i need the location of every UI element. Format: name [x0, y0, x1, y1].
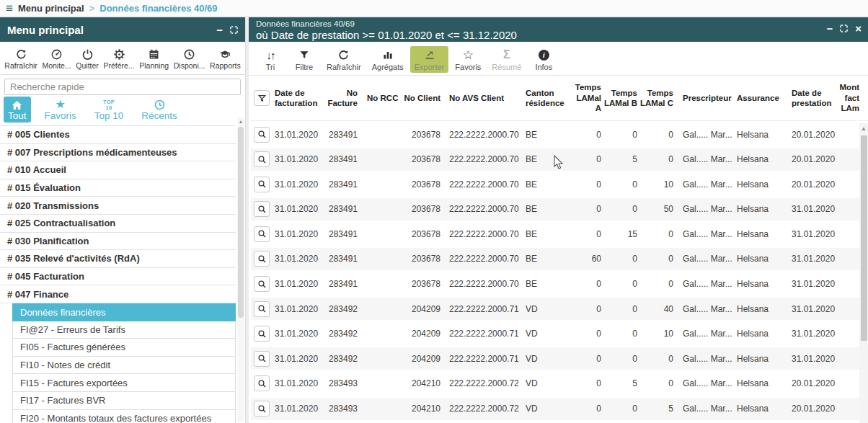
cell-canton-residence: BE	[521, 130, 571, 140]
row-magnifier-button[interactable]	[254, 375, 270, 391]
tab-recents[interactable]: Récents	[137, 97, 182, 123]
monitoring-button[interactable]: Monite...	[40, 48, 74, 70]
table-row[interactable]: 31.01.2020 283491 203678 222.2222.2000.7…	[251, 248, 868, 270]
cell-no-facture: 283491	[323, 179, 358, 190]
row-magnifier-button[interactable]	[254, 351, 270, 367]
col-montant-facture-lamal[interactable]: Mont fact LAm	[836, 82, 859, 113]
sidebar-menu-item[interactable]: # 035 Relevé d'activités (RdA)	[0, 250, 236, 268]
minimize-icon[interactable]: −	[826, 23, 833, 34]
row-magnifier-button[interactable]	[254, 177, 270, 192]
row-magnifier-button[interactable]	[254, 201, 270, 217]
sidebar-menu-item[interactable]: # 047 Finance	[0, 285, 236, 303]
table-row[interactable]: 31.01.2020 283491 203678 222.2222.2000.7…	[251, 173, 868, 195]
table-row[interactable]: 31.01.2020 283491 203678 222.2222.2000.7…	[251, 123, 868, 146]
sidebar-submenu-item[interactable]: Données financières	[12, 303, 236, 321]
table-row[interactable]: 31.01.2020 283492 204209 222.2222.2000.7…	[251, 347, 868, 370]
tab-tout[interactable]: Tout	[4, 97, 31, 123]
col-temps-lamal-b[interactable]: Temps LAMal B	[601, 88, 637, 109]
refresh-button[interactable]: Rafraîchir	[2, 48, 40, 70]
sidebar-menu-item[interactable]: # 020 Transmissions	[0, 197, 236, 215]
favorites-button[interactable]: ☆ Favoris	[451, 46, 485, 73]
table-row[interactable]: 31.01.2020 283493 204210 222.2222.2000.7…	[251, 373, 868, 395]
sidebar-menu-item[interactable]: # 030 Planification	[0, 233, 236, 251]
availability-button[interactable]: Disponi...	[171, 48, 207, 70]
tab-favoris[interactable]: ★ Favoris	[40, 97, 81, 123]
cell-temps-lamal-b: 15	[601, 229, 637, 239]
sidebar-menu-item[interactable]: # 010 Accueil	[0, 161, 236, 179]
sidebar-menu-item[interactable]: # 015 Évaluation	[0, 179, 236, 197]
col-no-client[interactable]: No Client	[401, 93, 440, 103]
sidebar-menu-item[interactable]: # 045 Facturation	[0, 268, 236, 286]
cell-temps-lamal-c: 0	[637, 378, 673, 388]
col-temps-lamal-c[interactable]: Temps LAMal C	[637, 88, 673, 109]
table-row[interactable]: 31.01.2020 283491 203678 222.2222.2000.7…	[251, 223, 868, 245]
sidebar-menu-item[interactable]: # 007 Prescriptions médicamenteuses	[0, 144, 236, 162]
row-magnifier-button[interactable]	[254, 326, 270, 342]
sidebar-scrollbar-thumb[interactable]	[238, 127, 244, 318]
hamburger-icon[interactable]: ≡	[6, 2, 13, 14]
col-assurance[interactable]: Assurance	[732, 93, 789, 103]
maximize-icon[interactable]	[839, 24, 849, 33]
cell-no-client: 203678	[401, 154, 440, 164]
col-no-rcc[interactable]: No RCC	[358, 93, 401, 103]
scroll-up-icon[interactable]: ▲	[859, 125, 868, 132]
cell-assurance: Helsana	[732, 304, 789, 314]
row-magnifier-button[interactable]	[254, 251, 270, 267]
row-magnifier-button[interactable]	[254, 301, 270, 317]
infos-button[interactable]: i Infos	[528, 46, 559, 73]
sidebar-scrollbar[interactable]: ▲	[237, 117, 244, 422]
row-magnifier-button[interactable]	[254, 127, 270, 143]
preferences-button[interactable]: Préfére...	[101, 48, 137, 70]
col-prescripteur[interactable]: Prescripteur	[673, 93, 732, 103]
table-row[interactable]: 31.01.2020 283493 204210 222.2222.2000.7…	[251, 398, 868, 420]
row-magnifier-button[interactable]	[254, 151, 270, 167]
sidebar-submenu-item[interactable]: FI15 - Factures exportées	[12, 374, 236, 392]
breadcrumb-current[interactable]: Données financières 40/69	[99, 3, 217, 14]
col-date-prestation[interactable]: Date de prestation	[789, 88, 836, 109]
sidebar-submenu-item[interactable]: FI05 - Factures générées	[12, 339, 236, 357]
sidebar-menu-item[interactable]: # 005 Clientes	[0, 126, 236, 144]
table-row[interactable]: 31.01.2020 283491 203678 222.2222.2000.7…	[251, 148, 868, 171]
row-magnifier-button[interactable]	[254, 276, 270, 292]
col-canton-residence[interactable]: Canton résidence	[521, 88, 571, 109]
minimize-icon[interactable]: −	[216, 25, 223, 35]
breadcrumb-root[interactable]: Menu principal	[18, 3, 84, 14]
col-date-facturation[interactable]: Date de facturation	[273, 88, 323, 109]
maximize-icon[interactable]	[229, 25, 239, 35]
header-filter-button[interactable]	[254, 90, 270, 106]
filter-button[interactable]: Filtre	[288, 46, 320, 73]
sidebar-submenu-item[interactable]: FI10 - Notes de crédit	[12, 357, 236, 375]
row-magnifier-button[interactable]	[254, 226, 270, 242]
export-button[interactable]: Exporter	[410, 46, 449, 73]
cell-date-prestation: 31.01.2020	[789, 254, 836, 264]
col-no-facture[interactable]: No Facture	[323, 88, 358, 109]
sort-button[interactable]: ↓↑ Tri	[254, 46, 286, 73]
table-row[interactable]: 31.01.2020 283491 203678 222.2222.2000.7…	[251, 198, 868, 221]
cell-no-facture: 283491	[323, 154, 358, 164]
sidebar-submenu-item[interactable]: FI20 - Montants totaux des factures expo…	[12, 410, 236, 423]
cell-no-facture: 283491	[323, 229, 358, 239]
table-scrollbar-thumb[interactable]	[861, 135, 867, 341]
reports-button[interactable]: Rapports	[208, 48, 243, 70]
graduation-cap-icon	[218, 48, 231, 61]
sidebar-submenu-item[interactable]: FI17 - Factures BVR	[12, 392, 236, 410]
table-row[interactable]: 31.01.2020 283492 204209 222.2222.2000.7…	[251, 298, 868, 320]
planning-button[interactable]: Planning	[137, 48, 171, 70]
search-input[interactable]	[4, 79, 241, 95]
quit-button[interactable]: Quitter	[74, 48, 101, 70]
cell-temps-lamal-c: 0	[637, 154, 673, 164]
refresh-button[interactable]: Rafraîchir	[322, 46, 366, 73]
close-icon[interactable]: ×	[855, 23, 862, 34]
table-row[interactable]: 31.01.2020 283491 203678 222.2222.2000.7…	[251, 273, 868, 295]
table-scrollbar[interactable]: ▲	[859, 123, 868, 423]
row-magnifier-button[interactable]	[254, 401, 270, 417]
scroll-up-icon[interactable]: ▲	[237, 119, 244, 124]
tab-top10[interactable]: TOP10 Top 10	[90, 97, 128, 123]
col-temps-lamal-a[interactable]: Temps LAMal A	[571, 82, 601, 113]
aggregates-button[interactable]: Agrégats	[368, 46, 408, 73]
sidebar-submenu-item[interactable]: FI@27 - Erreurs de Tarifs	[12, 321, 236, 339]
table-row[interactable]: 31.01.2020 283492 204209 222.2222.2000.7…	[251, 323, 868, 345]
sidebar-menu-item[interactable]: # 025 Contractualisation	[0, 215, 236, 233]
cell-no-avs-client: 222.2222.2000.70	[440, 204, 521, 214]
col-no-avs-client[interactable]: No AVS Client	[440, 93, 521, 103]
